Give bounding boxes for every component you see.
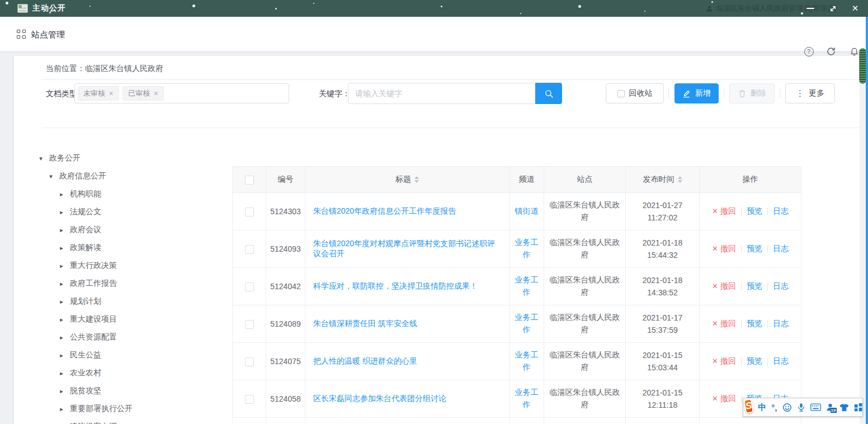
sort-title-icon[interactable] <box>414 176 419 183</box>
minimize-button[interactable] <box>801 0 820 17</box>
channel-link[interactable]: 镇街道 <box>515 206 539 215</box>
log-link[interactable]: 日志 <box>773 206 789 215</box>
preview-link[interactable]: 预览 <box>747 281 762 290</box>
row-checkbox[interactable] <box>245 357 254 366</box>
tree-item[interactable]: ▸重大行政决策 <box>14 256 227 274</box>
tree-item[interactable]: ▸机构职能 <box>14 185 227 202</box>
toolbox-icon[interactable] <box>854 403 863 412</box>
doc-title-link[interactable]: 朱台镇2020年政府信息公开工作年度报告 <box>313 206 456 215</box>
log-link[interactable]: 日志 <box>773 244 789 253</box>
row-actions: ✕撤回预览日志 <box>700 230 801 268</box>
tree-item[interactable]: ▸规划计划 <box>14 292 227 310</box>
refresh-button[interactable] <box>825 46 837 57</box>
add-button[interactable]: 新增 <box>674 83 719 103</box>
row-checkbox[interactable] <box>245 282 254 291</box>
filter-tag-unreviewed[interactable]: 未审核 ✕ <box>78 86 119 101</box>
notifications-button[interactable] <box>848 46 860 57</box>
preview-link[interactable]: 预览 <box>747 206 762 215</box>
chevron-down-icon[interactable]: ▾ <box>47 167 55 185</box>
tree-item[interactable]: ▸脱贫攻坚 <box>14 381 227 399</box>
chevron-right-icon[interactable]: ▸ <box>58 364 65 382</box>
row-checkbox[interactable] <box>245 245 254 254</box>
recycle-bin-button[interactable]: 回收站 <box>606 83 664 103</box>
preview-link[interactable]: 预览 <box>747 356 762 365</box>
more-button[interactable]: ⋮ 更多 <box>785 83 835 103</box>
tree-item[interactable]: ▸民生公益 <box>14 346 227 364</box>
row-checkbox[interactable] <box>245 395 254 404</box>
channel-link[interactable]: 业务工作 <box>515 388 539 409</box>
tree-item[interactable]: ▾政府信息公开 <box>14 167 227 185</box>
scrollbar-track[interactable] <box>860 51 866 424</box>
tree-item[interactable]: ▸政府工作报告 <box>14 274 227 292</box>
keyword-input[interactable] <box>348 83 535 104</box>
tree-item[interactable]: ▸法规公文 <box>14 202 227 220</box>
emoji-icon[interactable] <box>782 403 792 412</box>
site-name: 临淄区朱台镇人民政府 <box>544 380 626 418</box>
chevron-right-icon[interactable]: ▸ <box>58 257 65 275</box>
channel-link[interactable]: 业务工作 <box>515 350 539 371</box>
withdraw-link[interactable]: ✕撤回 <box>712 394 736 403</box>
withdraw-link[interactable]: ✕撤回 <box>712 319 736 328</box>
tree-item[interactable]: ▸公共资源配置 <box>14 328 227 346</box>
search-button[interactable] <box>535 83 562 104</box>
log-link[interactable]: 日志 <box>773 356 789 365</box>
ime-mode-toggle[interactable]: 中 <box>758 402 766 413</box>
help-button[interactable]: ? <box>803 46 814 57</box>
select-all-checkbox[interactable] <box>245 176 254 185</box>
chevron-right-icon[interactable]: ▸ <box>58 346 65 364</box>
chevron-right-icon[interactable]: ▸ <box>58 221 65 239</box>
chevron-right-icon[interactable]: ▸ <box>58 382 65 400</box>
apps-grid-icon[interactable] <box>17 30 26 39</box>
chevron-right-icon[interactable]: ▸ <box>58 418 65 424</box>
row-checkbox[interactable] <box>245 320 254 329</box>
doc-title-link[interactable]: 把人性的温暖 织进群众的心里 <box>313 356 417 365</box>
tree-item[interactable]: ▸重要部署执行公开 <box>14 399 227 417</box>
chevron-down-icon[interactable]: ▾ <box>37 149 45 167</box>
skin-icon[interactable] <box>839 403 849 412</box>
chevron-right-icon[interactable]: ▸ <box>58 203 65 221</box>
doc-title-link[interactable]: 科学应对，联防联控，坚决捍卫疫情防控成果！ <box>313 281 478 290</box>
chevron-right-icon[interactable]: ▸ <box>58 400 65 418</box>
withdraw-link[interactable]: ✕撤回 <box>712 281 736 290</box>
chevron-right-icon[interactable]: ▸ <box>58 185 65 203</box>
channel-link[interactable]: 业务工作 <box>515 238 539 259</box>
sort-time-icon[interactable] <box>678 176 682 183</box>
delete-button[interactable]: 删除 <box>729 83 775 103</box>
tree-item[interactable]: ▾政务公开 <box>14 149 227 167</box>
channel-link[interactable]: 业务工作 <box>515 275 539 296</box>
sogou-logo-icon[interactable]: S <box>743 398 754 414</box>
ime-toolbar: S 中 °, 19 <box>743 398 863 417</box>
log-link[interactable]: 日志 <box>773 319 789 328</box>
chevron-right-icon[interactable]: ▸ <box>58 328 65 346</box>
doc-title-link[interactable]: 朱台镇2020年度对村观摩点评暨村党支部书记述职评议会召开 <box>313 239 495 258</box>
soft-keyboard-icon[interactable] <box>810 403 821 411</box>
doc-title-link[interactable]: 朱台镇深耕责任田 筑牢安全线 <box>313 319 417 328</box>
tree-item[interactable]: ▸重大建设项目 <box>14 310 227 328</box>
login-account-icon[interactable]: 19 <box>826 403 834 412</box>
punctuation-toggle[interactable]: °, <box>771 403 777 412</box>
filter-tag-reviewed[interactable]: 已审核 ✕ <box>122 86 164 101</box>
tree-item[interactable]: ▸农业农村 <box>14 364 227 381</box>
chevron-right-icon[interactable]: ▸ <box>58 310 65 328</box>
preview-link[interactable]: 预览 <box>747 244 762 253</box>
log-link[interactable]: 日志 <box>773 281 789 290</box>
tag-close-icon[interactable]: ✕ <box>108 90 114 97</box>
tree-item[interactable]: ▸政策解读 <box>14 238 227 256</box>
tag-close-icon[interactable]: ✕ <box>153 90 158 97</box>
withdraw-link[interactable]: ✕撤回 <box>712 356 736 365</box>
tree-item[interactable]: ▸政府会议 <box>14 220 227 238</box>
tree-item[interactable]: ▸建议提案办理 <box>14 417 227 424</box>
chevron-right-icon[interactable]: ▸ <box>58 293 65 310</box>
close-button[interactable]: ✕ <box>846 0 865 17</box>
doc-title-link[interactable]: 区长宋磊同志参加朱台代表团分组讨论 <box>313 394 446 403</box>
channel-link[interactable]: 业务工作 <box>515 313 539 334</box>
chevron-right-icon[interactable]: ▸ <box>58 275 65 293</box>
voice-input-icon[interactable] <box>797 403 805 412</box>
withdraw-link[interactable]: ✕撤回 <box>712 244 736 253</box>
row-checkbox[interactable] <box>245 208 254 216</box>
withdraw-link[interactable]: ✕撤回 <box>712 206 736 215</box>
preview-link[interactable]: 预览 <box>747 319 762 328</box>
doc-type-select[interactable]: 未审核 ✕ 已审核 ✕ <box>74 83 289 103</box>
maximize-button[interactable] <box>823 0 842 17</box>
chevron-right-icon[interactable]: ▸ <box>58 239 65 257</box>
